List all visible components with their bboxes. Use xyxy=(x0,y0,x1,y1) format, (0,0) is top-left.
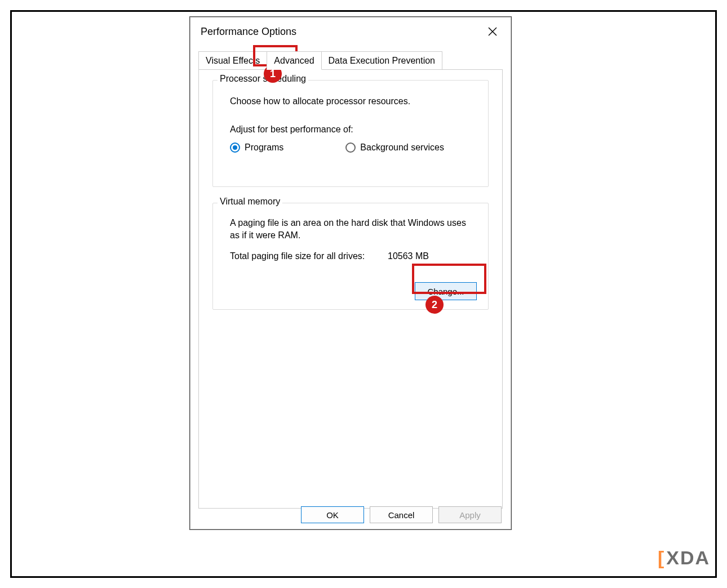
close-icon xyxy=(488,27,497,36)
tab-content: Processor scheduling Choose how to alloc… xyxy=(198,69,503,509)
dialog-title: Performance Options xyxy=(201,26,296,38)
radio-icon xyxy=(345,142,356,153)
tab-advanced[interactable]: Advanced xyxy=(267,51,321,70)
titlebar: Performance Options xyxy=(190,17,511,46)
cancel-button[interactable]: Cancel xyxy=(370,506,433,523)
watermark-text: XDA xyxy=(666,547,710,569)
processor-scheduling-legend: Processor scheduling xyxy=(218,74,308,84)
apply-button[interactable]: Apply xyxy=(438,506,502,523)
ok-button[interactable]: OK xyxy=(301,506,364,523)
paging-file-value: 10563 MB xyxy=(388,251,429,261)
change-button[interactable]: Change... xyxy=(415,282,477,300)
dialog-footer: OK Cancel Apply xyxy=(301,506,502,523)
radio-programs-label: Programs xyxy=(245,142,283,153)
close-button[interactable] xyxy=(481,20,504,43)
radio-background-label: Background services xyxy=(360,142,444,153)
tab-dep[interactable]: Data Execution Prevention xyxy=(321,51,442,70)
processor-scheduling-desc: Choose how to allocate processor resourc… xyxy=(230,95,478,108)
paging-file-label: Total paging file size for all drives: xyxy=(230,251,388,261)
adjust-performance-label: Adjust for best performance of: xyxy=(230,124,478,135)
performance-options-dialog: Performance Options Visual Effects Advan… xyxy=(190,17,511,529)
watermark-bracket-icon: [ xyxy=(658,547,665,569)
radio-icon xyxy=(230,142,240,153)
tab-visual-effects[interactable]: Visual Effects xyxy=(198,51,267,70)
virtual-memory-group: Virtual memory A paging file is an area … xyxy=(212,203,489,310)
watermark: [ XDA xyxy=(658,547,710,569)
virtual-memory-desc: A paging file is an area on the hard dis… xyxy=(230,217,478,241)
tab-strip: Visual Effects Advanced Data Execution P… xyxy=(198,51,503,70)
radio-background-services[interactable]: Background services xyxy=(345,142,444,153)
virtual-memory-legend: Virtual memory xyxy=(218,197,282,207)
radio-programs[interactable]: Programs xyxy=(230,142,283,153)
processor-scheduling-group: Processor scheduling Choose how to alloc… xyxy=(212,80,489,187)
